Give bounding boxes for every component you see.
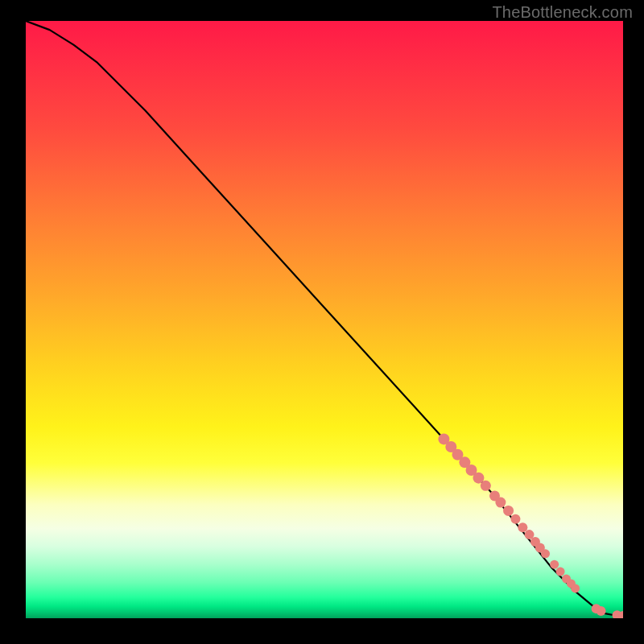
- data-marker: [510, 514, 520, 524]
- data-marker: [518, 522, 527, 532]
- data-marker: [481, 481, 491, 491]
- data-marker: [550, 560, 559, 569]
- watermark-text: TheBottleneck.com: [492, 3, 633, 22]
- data-marker: [571, 584, 580, 592]
- data-curve: [26, 21, 623, 616]
- data-marker: [503, 506, 514, 516]
- plot-area: [26, 21, 623, 618]
- plot-svg-overlay: [26, 21, 623, 618]
- data-marker: [556, 568, 565, 576]
- chart-stage: TheBottleneck.com: [0, 0, 644, 644]
- data-markers-group: [438, 433, 623, 618]
- data-marker: [541, 549, 550, 558]
- data-marker: [495, 497, 506, 508]
- data-marker: [597, 606, 606, 616]
